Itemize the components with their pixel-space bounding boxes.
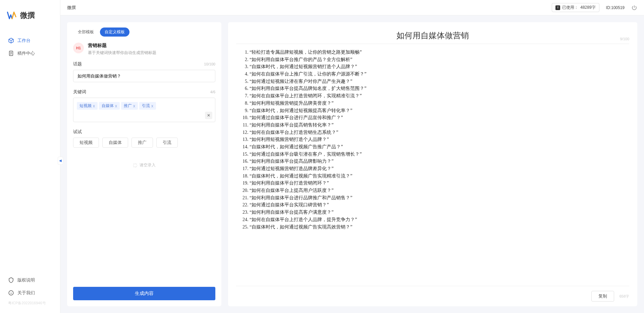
- result-item: “自媒体时代，如何通过短视频提高客户转化率？”: [250, 107, 625, 114]
- generate-button[interactable]: 生成内容: [73, 287, 215, 300]
- topic-label: 话题: [73, 61, 82, 67]
- keywords-field: 关键词 4/6 短视频 x自媒体 x推广 x引流 x✕: [73, 89, 215, 122]
- fill-hint: 请空录入: [73, 154, 215, 176]
- result-item: “如何利用自媒体平台提高客户满意度？”: [250, 209, 625, 216]
- remove-tag-icon[interactable]: x: [115, 104, 117, 108]
- keywords-label: 关键词: [73, 89, 86, 95]
- sidebar-collapse-toggle[interactable]: ◀: [58, 157, 63, 165]
- nav-copyright[interactable]: 版权说明: [0, 274, 60, 286]
- config-panel: 全部模板 自定义模板 H1 营销标题 基于关键词快速帮你自动生成营销标题 话题 …: [67, 22, 221, 306]
- template-icon: H1: [73, 43, 84, 53]
- cube-icon: [8, 38, 14, 44]
- result-item: “如何利用自媒体平台提高品牌影响力？”: [250, 158, 625, 165]
- brand-name: 微撰: [20, 10, 35, 20]
- icp-text: 粤ICP备2022016946号: [0, 299, 60, 307]
- result-item: “如何在自媒体平台上打造营销生态系统？”: [250, 129, 625, 136]
- template-header: H1 营销标题 基于关键词快速帮你自动生成营销标题: [67, 40, 221, 61]
- clear-tags-button[interactable]: ✕: [205, 112, 212, 119]
- result-panel: 如何用自媒体做营销 9/100 “轻松打造专属品牌短视频，让你的营销之路更加顺畅…: [228, 22, 637, 306]
- usage-label: 已使用：: [562, 5, 578, 10]
- result-item: “自媒体时代，如何通过视频广告实现高效营销？”: [250, 223, 625, 231]
- usage-value: 48289字: [580, 5, 595, 10]
- keywords-tagbox[interactable]: 短视频 x自媒体 x推广 x引流 x✕: [73, 98, 215, 122]
- result-item: “如何利用短视频营销打造个人品牌？”: [250, 136, 625, 143]
- suggest-chip[interactable]: 自媒体: [102, 138, 128, 148]
- template-tabs: 全部模板 自定义模板: [67, 22, 221, 40]
- sparkle-icon: [133, 163, 138, 168]
- keyword-tag[interactable]: 短视频 x: [77, 102, 98, 110]
- nav-workspace[interactable]: 工作台: [0, 34, 60, 47]
- remove-tag-icon[interactable]: x: [133, 104, 135, 108]
- result-item: “如何利用自媒体平台提高销售转化率？”: [250, 121, 625, 129]
- power-icon[interactable]: [631, 5, 637, 11]
- topic-input[interactable]: [73, 70, 215, 82]
- suggest-chips: 短视频自媒体推广引流: [73, 138, 215, 148]
- result-item: “如何利用短视频营销提升品牌美誉度？”: [250, 100, 625, 107]
- primary-nav: 工作台 稿件中心: [0, 28, 60, 274]
- result-item: “如何通过自媒体平台进行产品宣传和推广？”: [250, 114, 625, 121]
- result-item: “如何利用自媒体平台打造营销闭环？”: [250, 179, 625, 187]
- suggest-label: 试试: [73, 129, 82, 135]
- result-title: 如何用自媒体做营销: [248, 30, 617, 41]
- remove-tag-icon[interactable]: x: [93, 104, 95, 108]
- text-icon: T: [555, 5, 560, 10]
- suggest-chip[interactable]: 短视频: [73, 138, 99, 148]
- suggest-field: 试试 短视频自媒体推广引流: [73, 129, 215, 148]
- result-item: “如何利用自媒体平台推广你的产品？全方位解析”: [250, 56, 625, 63]
- result-item: “轻松打造专属品牌短视频，让你的营销之路更加顺畅”: [250, 49, 625, 56]
- copy-button[interactable]: 复制: [591, 291, 614, 302]
- result-item: “如何利用自媒体平台提高品牌知名度，扩大销售范围？”: [250, 85, 625, 92]
- keyword-tag[interactable]: 推广 x: [121, 102, 138, 110]
- nav-label: 关于我们: [17, 290, 35, 296]
- nav-label: 稿件中心: [17, 50, 35, 56]
- breadcrumb: 微撰: [67, 5, 76, 11]
- result-item: “如何在自媒体平台上打造个人品牌，提升竞争力？”: [250, 216, 625, 223]
- nav-label: 版权说明: [17, 277, 35, 283]
- usage-badge: T 已使用： 48289字: [552, 3, 599, 12]
- user-id: ID:100519: [606, 5, 625, 10]
- template-desc: 基于关键词快速帮你自动生成营销标题: [88, 50, 156, 56]
- tab-all-templates[interactable]: 全部模板: [73, 28, 99, 37]
- topic-field: 话题 10/100: [73, 61, 215, 82]
- result-item: “自媒体时代，如何通过视频广告实现精准引流？”: [250, 172, 625, 180]
- result-item: “自媒体时代，如何通过短视频营销打造个人品牌？”: [250, 63, 625, 70]
- remove-tag-icon[interactable]: x: [151, 104, 153, 108]
- nav-about[interactable]: 关于我们: [0, 286, 60, 299]
- brand-logo: 微撰: [0, 0, 60, 28]
- keyword-tag[interactable]: 引流 x: [139, 102, 156, 110]
- document-icon: [8, 50, 14, 56]
- shield-icon: [8, 277, 14, 283]
- result-item: “如何通过短视频让潜在客户对你产品产生兴趣？”: [250, 78, 625, 85]
- result-item: “如何在自媒体平台上推广引流，让你的客户源源不断？”: [250, 70, 625, 78]
- sidebar: 微撰 工作台 稿件中心 版权说明 关于我们 粤ICP备2022016946号: [0, 0, 60, 313]
- topbar: 微撰 T 已使用： 48289字 ID:100519: [60, 0, 644, 15]
- keyword-tag[interactable]: 自媒体 x: [99, 102, 120, 110]
- info-icon: [8, 290, 14, 296]
- result-item: “自媒体时代，如何通过视频广告推广产品？”: [250, 143, 625, 151]
- logo-icon: [7, 10, 17, 21]
- result-item: “如何通过短视频营销打造品牌差异化？”: [250, 165, 625, 172]
- tab-custom-template[interactable]: 自定义模板: [100, 28, 129, 37]
- topic-count: 10/100: [204, 62, 215, 66]
- suggest-chip[interactable]: 引流: [156, 138, 178, 148]
- nav-label: 工作台: [17, 38, 31, 44]
- result-list: “轻松打造专属品牌短视频，让你的营销之路更加顺畅”“如何利用自媒体平台推广你的产…: [240, 49, 625, 230]
- result-item: “如何利用自媒体平台进行品牌推广和产品销售？”: [250, 194, 625, 202]
- keywords-count: 4/6: [210, 90, 215, 94]
- result-item: “如何通过自媒体平台实现口碑营销？”: [250, 201, 625, 209]
- result-title-count: 9/100: [620, 37, 629, 41]
- result-item: “如何在自媒体平台上提高用户活跃度？”: [250, 187, 625, 194]
- nav-drafts[interactable]: 稿件中心: [0, 47, 60, 60]
- suggest-chip[interactable]: 推广: [131, 138, 153, 148]
- sidebar-footer: 版权说明 关于我们 粤ICP备2022016946号: [0, 274, 60, 313]
- result-char-count: 658字: [620, 294, 629, 299]
- template-title: 营销标题: [88, 43, 156, 49]
- result-item: “如何通过自媒体平台吸引潜在客户，实现销售增长？”: [250, 151, 625, 158]
- result-item: “如何在自媒体平台上打造营销闭环，实现精准引流？”: [250, 92, 625, 100]
